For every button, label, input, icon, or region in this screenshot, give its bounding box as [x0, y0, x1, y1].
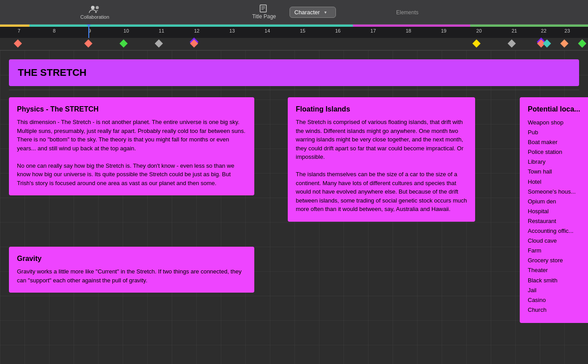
- ruler-num-20: 20: [476, 28, 482, 33]
- list-item: Hotel: [528, 177, 588, 187]
- collaboration-label: Collaboration: [80, 14, 109, 20]
- physics-card-text: This dimension - The Stretch - is not an…: [17, 118, 246, 187]
- list-item: Someone's hous...: [528, 187, 588, 197]
- ruler-num-8: 8: [53, 28, 56, 33]
- timeline-bar-green: [470, 25, 588, 27]
- divider: [9, 90, 579, 90]
- toolbar-center: Title Page Character: [252, 4, 336, 20]
- toolbar: Collaboration Title Page Character Eleme…: [0, 0, 588, 25]
- ruler-num-7: 7: [18, 28, 21, 33]
- marker-green-10: [120, 39, 128, 47]
- ruler-num-13: 13: [229, 28, 235, 33]
- ruler-num-16: 16: [335, 28, 340, 33]
- character-dropdown[interactable]: Character: [290, 7, 336, 18]
- svg-point-0: [91, 6, 95, 9]
- physics-card-title: Physics - The STRETCH: [17, 105, 246, 113]
- marker-gray-11: [155, 39, 163, 47]
- gravity-card-text: Gravity works a little more like "Curren…: [17, 267, 246, 285]
- list-item: Police station: [528, 147, 588, 157]
- stretch-header-title: THE STRETCH: [18, 67, 87, 79]
- gravity-card[interactable]: Gravity Gravity works a little more like…: [9, 247, 254, 293]
- elements-label-area: Elements: [396, 8, 418, 16]
- marker-green-24b: [578, 39, 586, 47]
- list-item: Weapon shop: [528, 118, 588, 128]
- ruler-num-15: 15: [300, 28, 305, 33]
- floating-islands-title: Floating Islands: [296, 105, 467, 113]
- floating-islands-card[interactable]: Floating Islands The Stretch is comprise…: [288, 97, 475, 222]
- timeline-bar-purple: [353, 25, 471, 27]
- marker-pink-7: [13, 39, 21, 47]
- ruler-num-17: 17: [370, 28, 376, 33]
- ruler-num-10: 10: [124, 28, 129, 33]
- list-item: Grocery store: [528, 256, 588, 265]
- content-wrapper: 7 8 9 10 11 12 13 14 15 16 17 18 19 20 2…: [0, 25, 588, 364]
- list-item: Library: [528, 157, 588, 167]
- floating-islands-text: The Stretch is comprised of various floa…: [296, 118, 467, 214]
- elements-label: Elements: [396, 9, 418, 16]
- list-item: Boat maker: [528, 137, 588, 147]
- marker-row: [0, 38, 588, 50]
- svg-point-1: [96, 6, 99, 9]
- list-item: Black smith: [528, 276, 588, 285]
- locations-title: Potential loca...: [528, 105, 588, 113]
- list-item: Opium den: [528, 197, 588, 207]
- locations-card[interactable]: Potential loca... Weapon shop Pub Boat m…: [520, 97, 588, 323]
- ruler-num-12: 12: [194, 28, 199, 33]
- gravity-card-title: Gravity: [17, 255, 246, 263]
- playhead[interactable]: [88, 25, 89, 38]
- collaboration-section: Collaboration: [80, 4, 109, 20]
- title-page-label: Title Page: [252, 13, 276, 20]
- ruler-container: 7 8 9 10 11 12 13 14 15 16 17 18 19 20 2…: [0, 25, 588, 38]
- list-item: Farm: [528, 246, 588, 256]
- list-item: Pub: [528, 128, 588, 137]
- marker-gray-21: [507, 39, 515, 47]
- list-item: Restaurant: [528, 216, 588, 226]
- stretch-header-card[interactable]: THE STRETCH: [9, 59, 579, 86]
- marker-pink-9: [84, 39, 92, 47]
- list-item: Jail: [528, 285, 588, 295]
- character-label: Character: [294, 9, 320, 16]
- ruler-num-22: 22: [541, 28, 547, 33]
- ruler-num-23: 23: [564, 28, 570, 33]
- timeline-bar-teal: [29, 25, 353, 27]
- list-item: Church: [528, 305, 588, 315]
- ruler-num-19: 19: [441, 28, 447, 33]
- list-item: Theater: [528, 265, 588, 275]
- marker-orange-23: [560, 39, 568, 47]
- physics-card[interactable]: Physics - The STRETCH This dimension - T…: [9, 97, 254, 195]
- list-item: Hospital: [528, 207, 588, 216]
- collaboration-button[interactable]: Collaboration: [80, 4, 109, 20]
- timeline-area: 7 8 9 10 11 12 13 14 15 16 17 18 19 20 2…: [0, 25, 588, 50]
- svg-rect-2: [260, 5, 266, 12]
- marker-yellow-20: [472, 39, 480, 47]
- ruler-num-14: 14: [265, 28, 270, 33]
- list-item: Town hall: [528, 167, 588, 177]
- title-page-button[interactable]: Title Page: [252, 4, 276, 20]
- playhead-triangle: [86, 25, 91, 27]
- locations-list: Weapon shop Pub Boat maker Police statio…: [528, 118, 588, 315]
- list-item: Casino: [528, 295, 588, 305]
- ruler-num-21: 21: [512, 28, 517, 33]
- canvas-area: THE STRETCH Physics - The STRETCH This d…: [0, 50, 588, 364]
- ruler-num-18: 18: [406, 28, 411, 33]
- list-item: Accounting offic...: [528, 226, 588, 236]
- ruler-num-11: 11: [159, 28, 164, 33]
- list-item: Cloud cave: [528, 236, 588, 246]
